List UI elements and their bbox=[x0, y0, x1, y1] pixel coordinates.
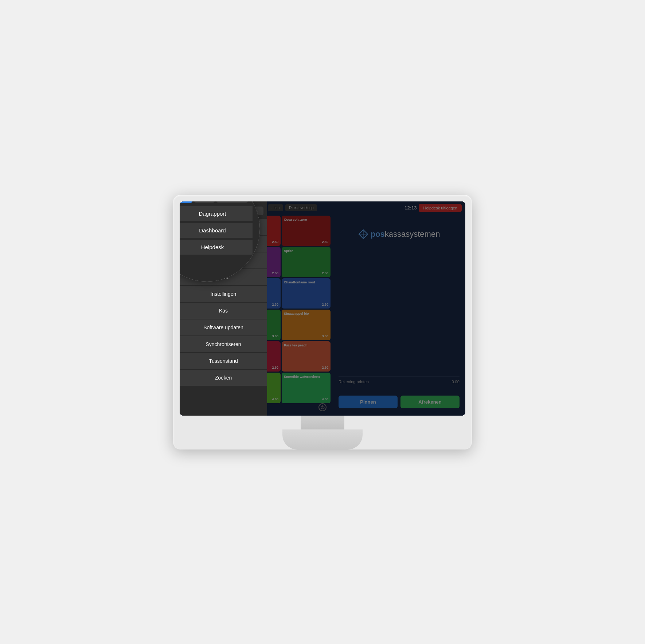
stand-base bbox=[282, 429, 363, 449]
menu-item-instellingen[interactable]: Instellingen bbox=[180, 286, 267, 302]
monitor: Menu Tafels Geparkee... ...ten Directeve… bbox=[173, 195, 472, 449]
screen: Menu Tafels Geparkee... ...ten Directeve… bbox=[180, 201, 465, 416]
menu-item-software-updaten[interactable]: Software updaten bbox=[180, 319, 267, 335]
zoom-geparkeerd-tab: Geparkee... bbox=[216, 201, 248, 203]
menu-item-zoeken[interactable]: Zoeken bbox=[180, 370, 267, 386]
pos-screen: Menu Tafels Geparkee... ...ten Directeve… bbox=[180, 201, 465, 416]
zoom-menu-tab: Menu bbox=[180, 201, 192, 203]
zoom-helpdesk: Helpdesk bbox=[180, 240, 253, 255]
monitor-stand bbox=[180, 416, 465, 449]
zoom-tafels-tab: Tafels bbox=[194, 201, 214, 203]
zoom-dashboard: Dashboard bbox=[180, 223, 253, 238]
stand-neck bbox=[301, 416, 344, 430]
menu-item-kas[interactable]: Kas bbox=[180, 303, 267, 319]
menu-item-synchroniseren[interactable]: Synchroniseren bbox=[180, 336, 267, 352]
zoom-dagrapport: Dagrapport bbox=[180, 206, 253, 221]
menu-item-tussenstand[interactable]: Tussenstand bbox=[180, 353, 267, 369]
